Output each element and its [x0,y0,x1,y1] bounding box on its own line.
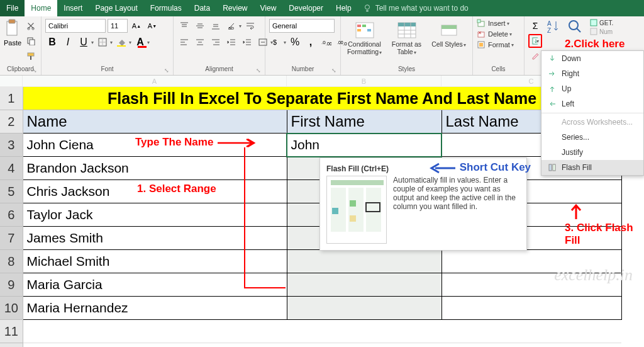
align-right-button[interactable] [209,35,223,49]
svg-rect-23 [398,23,416,26]
header-name[interactable]: Name [23,110,287,134]
fill-color-button[interactable] [114,35,128,49]
cell-c[interactable] [441,297,621,320]
row-header[interactable]: 3 [0,134,23,157]
fill-series[interactable]: Series... [541,130,643,145]
format-as-table-button[interactable]: Format as Table ▾ [387,21,426,55]
tab-developer[interactable]: Developer [282,0,330,16]
align-center-button[interactable] [193,35,207,49]
svg-rect-35 [591,20,597,26]
anno-line-h [244,287,286,288]
cell-b[interactable] [287,273,441,297]
fill-button[interactable]: ▾ [528,34,542,48]
tooltip-thumb [326,176,387,244]
italic-button[interactable]: I [61,35,75,49]
tell-me[interactable]: Tell me what you want to do [363,4,469,13]
align-top-button[interactable] [177,19,191,33]
row-header[interactable]: 12 [0,343,23,348]
cell-a[interactable]: Michael Smith [23,250,287,273]
cut-button[interactable] [24,19,38,33]
launcher-icon[interactable]: ⤡ [32,67,37,74]
cell-a[interactable]: James Smith [23,227,287,250]
align-middle-button[interactable] [193,19,207,33]
svg-rect-9 [117,45,126,47]
col-header-a[interactable]: A [23,76,287,86]
getcell-button[interactable]: GET. [590,19,613,26]
group-font: A▲ A▼ B I U▾ ▾ ▾ A▾ Font⤡ [42,16,174,75]
tab-formulas[interactable]: Formulas [144,0,188,16]
tab-data[interactable]: Data [188,0,216,16]
orientation-button[interactable]: ab [225,19,238,33]
row-header[interactable]: 1 [0,87,23,110]
tab-insert[interactable]: Insert [57,0,89,16]
svg-rect-42 [366,188,381,232]
copy-button[interactable] [24,34,38,48]
cell-styles-button[interactable]: Cell Styles ▾ [429,21,469,48]
group-label-clipboard: Clipboard⤡ [4,65,37,74]
indent-dec-button[interactable] [225,35,238,49]
insert-button[interactable]: Insert▾ [477,19,509,28]
accounting-button[interactable]: $ [269,35,283,49]
title-cell[interactable]: Flash Fill In Excel To Separate First Na… [23,87,621,110]
cell-b[interactable] [287,297,441,320]
tab-view[interactable]: View [254,0,283,16]
row-header[interactable]: 11 [0,320,23,343]
cell-a[interactable]: Brandon Jackson [23,157,287,180]
row-header[interactable]: 9 [0,273,23,297]
fill-up[interactable]: Up [541,81,643,96]
cell-b[interactable] [287,250,441,273]
tell-me-label: Tell me what you want to do [375,4,469,13]
tab-help[interactable]: Help [330,0,358,16]
row-header[interactable]: 2 [0,110,23,134]
row-header[interactable]: 8 [0,250,23,273]
font-name-input[interactable] [45,19,106,33]
anno-type-name: Type The Name [135,136,260,149]
number-format-input[interactable] [269,19,335,33]
row-header[interactable]: 10 [0,297,23,320]
fill-flash-fill[interactable]: Flash Fill [541,160,643,175]
format-painter-button[interactable] [24,49,38,63]
fill-left[interactable]: Left [541,96,643,111]
tab-file[interactable]: File [0,0,25,16]
underline-button[interactable]: U [77,35,91,49]
inc-decimal-button[interactable]: .0.00 [319,35,333,49]
conditional-formatting-button[interactable]: Conditional Formatting ▾ [345,21,384,55]
tab-page-layout[interactable]: Page Layout [89,0,143,16]
tooltip-body: Automatically fill in values. Enter a co… [393,176,520,244]
cell-a[interactable]: Maria Garcia [23,273,287,297]
fill-down[interactable]: Down [541,51,643,66]
borders-button[interactable] [96,35,109,49]
fill-justify[interactable]: Justify [541,145,643,160]
svg-rect-6 [30,40,35,45]
wrap-text-button[interactable] [243,19,257,33]
fill-right[interactable]: Right [541,66,643,81]
delete-button[interactable]: Delete▾ [477,30,512,38]
indent-inc-button[interactable] [240,35,254,49]
cell-a[interactable]: Maria Hernandez [23,297,287,320]
row-header[interactable]: 5 [0,180,23,203]
tab-review[interactable]: Review [216,0,253,16]
align-bottom-button[interactable] [209,19,223,33]
cell-a[interactable]: Taylor Jack [23,203,287,227]
sort-filter-icon[interactable]: AZ [547,19,561,34]
clear-button[interactable] [528,49,542,63]
bold-button[interactable]: B [45,35,59,49]
align-left-button[interactable] [177,35,191,49]
anno-click-here: 2.Click here [565,38,625,50]
grow-font-button[interactable]: A▲ [130,19,143,33]
font-size-input[interactable] [108,19,128,33]
paste-icon[interactable] [4,19,21,38]
autosum-button[interactable]: Σ [528,19,542,33]
comma-button[interactable]: , [304,35,318,49]
row-header[interactable]: 7 [0,227,23,250]
cell-b-active[interactable]: John [287,134,441,157]
shrink-font-button[interactable]: A▼ [145,19,159,33]
header-first[interactable]: First Name [287,110,441,134]
tab-home[interactable]: Home [25,0,57,16]
percent-button[interactable]: % [288,35,302,49]
row-header[interactable]: 4 [0,157,23,180]
find-select-icon[interactable] [567,19,584,35]
format-button[interactable]: Format▾ [477,40,514,49]
row-header[interactable]: 6 [0,203,23,227]
col-header-b[interactable]: B [287,76,441,86]
